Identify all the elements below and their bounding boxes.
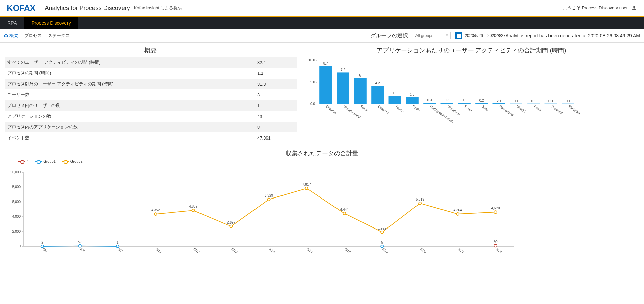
- svg-text:0.1: 0.1: [531, 99, 536, 103]
- home-icon: [4, 34, 8, 38]
- summary-value: 8: [254, 122, 297, 132]
- summary-value: 47,361: [254, 132, 297, 143]
- svg-text:8/7: 8/7: [117, 247, 124, 253]
- svg-text:8/5: 8/5: [42, 247, 48, 253]
- svg-rect-2: [457, 35, 458, 36]
- svg-point-92: [79, 245, 81, 247]
- date-range: 2020/5/26 – 2020/8/27: [465, 33, 505, 38]
- svg-point-114: [456, 213, 459, 215]
- summary-value: 1: [254, 100, 297, 111]
- legend-item-group1[interactable]: Group1: [35, 159, 56, 163]
- subnav-process[interactable]: プロセス: [24, 33, 42, 39]
- legend-item-group2[interactable]: Group2: [62, 159, 83, 163]
- svg-point-110: [381, 231, 383, 234]
- svg-point-90: [41, 245, 44, 248]
- svg-text:Winword: Winword: [551, 104, 563, 115]
- line-chart-legend: 4 Group1 Group2: [5, 159, 639, 163]
- svg-point-102: [230, 225, 233, 228]
- svg-rect-58: [562, 104, 574, 104]
- svg-text:2: 2: [41, 241, 43, 244]
- svg-rect-7: [459, 36, 460, 37]
- line-chart: 02,0004,0006,0008,00010,0008/58/68/78/11…: [5, 165, 639, 260]
- svg-text:8/12: 8/12: [193, 247, 201, 254]
- group-select-label: グループの選択: [370, 32, 408, 39]
- summary-label: プロセス内のユーザーの数: [5, 100, 254, 111]
- svg-text:6,000: 6,000: [12, 200, 21, 204]
- top-bar: KOFAX Analytics for Process Discovery Ko…: [0, 0, 644, 17]
- svg-rect-6: [458, 36, 459, 37]
- svg-rect-3: [458, 35, 459, 36]
- svg-point-94: [116, 245, 119, 248]
- svg-text:2,000: 2,000: [12, 230, 21, 233]
- summary-label: プロセスの期間 (時間): [5, 68, 254, 79]
- summary-label: プロセス以外のユーザー アクティビティの期間 (時間): [5, 79, 254, 89]
- summary-label: アプリケーションの数: [5, 111, 254, 122]
- sub-nav: 概要 プロセス ステータス グループの選択 All groups 2020/5/…: [0, 29, 644, 43]
- svg-point-112: [419, 202, 421, 205]
- svg-text:8/18: 8/18: [344, 247, 352, 254]
- svg-rect-25: [371, 86, 384, 104]
- svg-text:0.3: 0.3: [427, 98, 432, 102]
- svg-text:4,444: 4,444: [340, 208, 349, 211]
- tab-rpa[interactable]: RPA: [0, 17, 24, 29]
- svg-text:0.1: 0.1: [566, 99, 570, 103]
- svg-point-104: [268, 198, 270, 201]
- svg-text:1,922: 1,922: [378, 226, 386, 230]
- table-row: イベント数47,361: [5, 132, 297, 143]
- legend-item-4[interactable]: 4: [18, 159, 29, 163]
- svg-text:2,697: 2,697: [227, 221, 235, 224]
- logo: KOFAX: [7, 3, 35, 13]
- svg-rect-22: [354, 78, 367, 104]
- svg-text:0.0: 0.0: [310, 102, 315, 106]
- svg-text:0.2: 0.2: [497, 99, 501, 102]
- subnav-status[interactable]: ステータス: [48, 33, 70, 39]
- svg-text:1.6: 1.6: [410, 93, 414, 96]
- generated-text: Analytics report has been generated at 2…: [506, 33, 640, 38]
- summary-title: 概要: [5, 46, 297, 54]
- group-select[interactable]: All groups: [412, 32, 451, 39]
- summary-label: ユーザー数: [5, 89, 254, 100]
- svg-point-88: [494, 244, 497, 247]
- svg-rect-31: [406, 97, 419, 104]
- tab-bar: RPA Process Discovery: [0, 17, 644, 29]
- date-picker-button[interactable]: [455, 32, 462, 39]
- svg-rect-4: [459, 35, 460, 36]
- summary-label: すべてのユーザー アクティビティの期間 (時間): [5, 57, 254, 68]
- svg-text:8/11: 8/11: [155, 247, 163, 254]
- table-row: プロセスの期間 (時間)1.1: [5, 68, 297, 79]
- user-icon[interactable]: [631, 5, 637, 11]
- svg-rect-55: [544, 104, 557, 104]
- svg-text:57: 57: [78, 240, 82, 244]
- svg-text:ShellExperienceHost: ShellExperienceHost: [568, 104, 580, 124]
- bar-chart-title: アプリケーションあたりのユーザー アクティビティの合計期間 (時間): [303, 46, 639, 54]
- summary-value: 31.3: [254, 79, 297, 89]
- table-row: プロセス内のアプリケーションの数8: [5, 122, 297, 132]
- svg-text:8/19: 8/19: [382, 247, 390, 254]
- svg-text:8/24: 8/24: [495, 247, 503, 254]
- summary-value: 1.1: [254, 68, 297, 79]
- svg-rect-37: [440, 103, 453, 104]
- svg-rect-40: [458, 103, 471, 104]
- svg-text:8.7: 8.7: [323, 62, 328, 65]
- line-chart-title: 収集されたデータの合計量: [5, 149, 639, 157]
- table-row: プロセス内のユーザーの数1: [5, 100, 297, 111]
- svg-text:5: 5: [381, 241, 383, 244]
- svg-text:0.1: 0.1: [548, 99, 553, 103]
- svg-rect-43: [475, 103, 488, 104]
- svg-text:1.9: 1.9: [393, 91, 397, 95]
- summary-value: 43: [254, 111, 297, 122]
- tab-process-discovery[interactable]: Process Discovery: [24, 17, 78, 29]
- svg-point-100: [192, 209, 195, 212]
- svg-text:8/21: 8/21: [457, 247, 465, 254]
- svg-text:5.0: 5.0: [310, 80, 315, 84]
- svg-rect-19: [337, 72, 349, 104]
- table-row: プロセス以外のユーザー アクティビティの期間 (時間)31.3: [5, 79, 297, 89]
- summary-value: 3: [254, 89, 297, 100]
- svg-rect-46: [492, 103, 505, 104]
- subnav-overview[interactable]: 概要: [9, 33, 18, 39]
- svg-text:1: 1: [117, 241, 119, 244]
- svg-text:80: 80: [493, 240, 498, 244]
- svg-text:Java: Java: [481, 104, 489, 112]
- svg-text:7.2: 7.2: [341, 68, 345, 72]
- svg-text:8/17: 8/17: [306, 247, 314, 254]
